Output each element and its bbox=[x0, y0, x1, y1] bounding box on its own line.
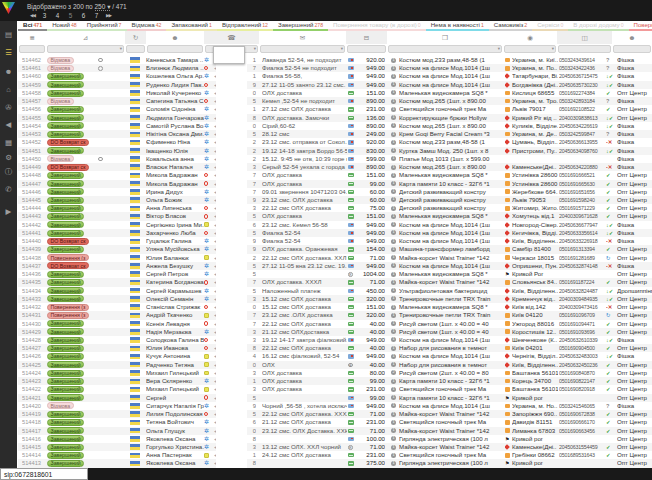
table-row[interactable]: 514434ЗавершенийСергей Карамышев✲+385Нал… bbox=[18, 287, 652, 295]
products-icon[interactable]: ✇ bbox=[0, 103, 17, 113]
table-row[interactable]: 514451ЗавершенийІващенко Юлія✲+38219.12 … bbox=[18, 147, 652, 155]
table-row[interactable]: 514431Повернення (зАндрій Ткаченко+38723… bbox=[18, 311, 652, 319]
page-5[interactable]: 5 bbox=[64, 12, 77, 19]
table-row[interactable]: 514445ЗавершенийОльга Божик✲+38923.12 см… bbox=[18, 196, 652, 204]
location-icon[interactable]: ◉ bbox=[503, 31, 557, 44]
page-7[interactable]: 7 bbox=[90, 12, 103, 19]
filter-tracking[interactable] bbox=[558, 45, 611, 53]
table-row[interactable]: 514426ЗавершенийКучук Антонина+38416.12 … bbox=[18, 352, 652, 360]
table-row[interactable]: 514443ЗавершенийВіктор Власов+385ОЛХ дос… bbox=[18, 212, 652, 220]
table-row[interactable]: 514422ЗавершенийМихаил Гилецький+383ОЛХ … bbox=[18, 385, 652, 393]
settings-icon[interactable]: ⚙ bbox=[0, 153, 17, 163]
table-row[interactable]: 514441ЗавершенийЗахарченко Люба+385Фиалк… bbox=[18, 229, 652, 237]
table-row[interactable]: 514459ЗавершенийРуденко Лидия Пав..+3892… bbox=[18, 81, 652, 89]
table-row[interactable]: 514461ВідмоваБлизнюк Людмила ..+387Фиалк… bbox=[18, 64, 652, 72]
list-icon[interactable]: ≣ bbox=[18, 31, 46, 44]
table-row[interactable]: 514436ЗавершенийСергей Петров✲+385₴1004.… bbox=[18, 270, 652, 278]
refresh-icon[interactable]: ↻ bbox=[125, 31, 146, 44]
table-row[interactable]: 514455ЗавершенийЛюдмила Гончарова✲+388ОЛ… bbox=[18, 114, 652, 122]
people-icon[interactable]: ☻ bbox=[146, 31, 204, 44]
table-row[interactable]: 514418ЗавершенийТетяна Войтович✲+38621.1… bbox=[18, 418, 652, 426]
info-icon[interactable]: ⓘ bbox=[0, 167, 17, 177]
tab-1[interactable]: Новий48 bbox=[47, 21, 82, 31]
tab-12[interactable]: Повернення bbox=[629, 21, 652, 31]
clients-icon[interactable]: ☻ bbox=[0, 67, 17, 77]
video-icon[interactable]: ▶ bbox=[0, 207, 17, 217]
filter-status[interactable]: ▾ bbox=[47, 45, 124, 53]
tab-10[interactable]: Сервіси0 bbox=[532, 21, 568, 31]
table-row[interactable]: 514430ЗавершенийКсенія Левадня+38722.12 … bbox=[18, 320, 652, 328]
table-row[interactable]: 514456ЗавершенийСоломія Сідоніна✲+38127.… bbox=[18, 105, 652, 113]
table-row[interactable]: 514447ЗавершенийМикола Бадражан+387ОЛХ д… bbox=[18, 180, 652, 188]
filter-comment[interactable]: ▾ bbox=[260, 45, 345, 53]
table-row[interactable]: 514423ЗавершенийВера Скляренко✲+381ОЛХ д… bbox=[18, 377, 652, 385]
page-4[interactable]: 4 bbox=[51, 12, 64, 19]
table-row[interactable]: 514427ЗавершенийЮлия Иванова+38822.12 см… bbox=[18, 344, 652, 352]
orders-icon[interactable]: ☰ bbox=[0, 48, 17, 58]
table-row[interactable]: 514442ЗавершенийСергіюнко Ірина Ми..+386… bbox=[18, 221, 652, 229]
table-row[interactable]: 514415ЗавершенийГоргулько Христина..✲+38… bbox=[18, 443, 652, 451]
table-row[interactable]: 514419ЗавершенийЛилия Подолинская+38522.… bbox=[18, 410, 652, 418]
tab-6[interactable]: Завершений278 bbox=[273, 21, 328, 31]
table-row[interactable]: 514420ВідмоваСитарчук Наталія Гр..✲+389Ч… bbox=[18, 402, 652, 410]
table-row[interactable]: 514439ЗавершенийУляна Мусійовська✲+389ОЛ… bbox=[18, 245, 652, 253]
table-row[interactable]: 514429ЗавершенийНадія Мерзаєва✲+38321.12… bbox=[18, 328, 652, 336]
package-icon[interactable]: ❒ bbox=[387, 31, 503, 44]
table-row[interactable]: 514460ЗавершенийКошелева Ольга Ар..✲+381… bbox=[18, 72, 652, 80]
table-row[interactable]: 514454ЗавершенийСамотій Руслана Во..✲+38… bbox=[18, 122, 652, 130]
table-row[interactable]: 514428ЗавершенийСолодкова Галина В..+383… bbox=[18, 336, 652, 344]
table-row[interactable]: 514462ВідмоваКаневська Тамара ..✲+381Лав… bbox=[18, 56, 652, 64]
table-row[interactable]: 514458ЗавершенийНиколай Кучеренко✲+380ОЛ… bbox=[18, 89, 652, 97]
tab-9[interactable]: Самовивіз2 bbox=[489, 21, 532, 31]
app-logo-icon[interactable] bbox=[2, 2, 15, 14]
filter-address[interactable]: ▾ bbox=[504, 45, 556, 53]
filter-products[interactable]: ▾ bbox=[388, 45, 502, 53]
message-icon[interactable]: ✉ bbox=[259, 31, 346, 44]
tab-7[interactable]: Повернення товару (в дорозі)0 bbox=[328, 21, 426, 31]
dashboard-icon[interactable]: ▤ bbox=[0, 30, 17, 40]
support-icon[interactable]: ✆ bbox=[0, 185, 17, 195]
table-row[interactable]: 514424ЗавершенийМихаил Гилецький+383ОЛХ … bbox=[18, 369, 652, 377]
phone-icon[interactable]: ☎ bbox=[204, 31, 259, 44]
statistics-icon[interactable]: ▦ bbox=[0, 138, 17, 148]
filter-country[interactable] bbox=[126, 45, 145, 53]
table-row[interactable]: 514433ЗавершенийОлексій Семанін✲+38315.1… bbox=[18, 295, 652, 303]
table-row[interactable]: 514452DO Возврат скЄфименко Ніна✲+38223.… bbox=[18, 138, 652, 146]
table-row[interactable]: 514425ЗавершенийРадченко Тетяна+380ОЛХ₴4… bbox=[18, 361, 652, 369]
table-row[interactable]: 514416ЗавершенийЯковлева Оксана✲+388100.… bbox=[18, 435, 652, 443]
tab-4[interactable]: Запакований1 bbox=[166, 21, 217, 31]
page-3[interactable]: 3 bbox=[38, 12, 51, 19]
table-row[interactable]: 514432Повернення (зСтаніслав Стрижак+380… bbox=[18, 303, 652, 311]
marketing-icon[interactable]: ◀ bbox=[0, 120, 17, 130]
table-row[interactable]: 514421ЗавершенийСергей+38599.001Карта па… bbox=[18, 394, 652, 402]
table-row[interactable]: 514438Повернення (зЮлия Баланюк+38222.12… bbox=[18, 254, 652, 262]
filter-order-id[interactable] bbox=[19, 45, 45, 53]
phone-filter-popup[interactable] bbox=[213, 46, 245, 64]
table-row[interactable]: 514437DO Возврат скАнжела Безушку✲+38527… bbox=[18, 262, 652, 270]
table-row[interactable]: 514444ЗавершенийАнна Липенська+38322.12 … bbox=[18, 204, 652, 212]
money-icon[interactable]: ⊟ bbox=[346, 31, 387, 44]
tab-0[interactable]: Всі471 bbox=[18, 21, 47, 31]
table-row[interactable]: 514450ВідмоваКовальська анна✲+38215.12. … bbox=[18, 155, 652, 163]
filter-manager[interactable] bbox=[613, 45, 651, 53]
table-row[interactable]: 514449DO Возврат скВласюк Наталья✲+383Се… bbox=[18, 163, 652, 171]
page-6[interactable]: 6 bbox=[77, 12, 90, 19]
table-row[interactable]: 514446ЗавершенийИрина Дидух✲+38709.01 зв… bbox=[18, 188, 652, 196]
last-page-icon[interactable]: ▶▶ bbox=[106, 13, 111, 18]
sip-status[interactable]: sip:0672818601 bbox=[0, 468, 88, 480]
table-row[interactable]: 514413ЗавершенийЯковлева Оксана✲+388375.… bbox=[18, 459, 652, 467]
tab-2[interactable]: Прийнятий7 bbox=[82, 21, 127, 31]
tab-11[interactable]: В дорозі додому0 bbox=[568, 21, 628, 31]
table-row[interactable]: 514453ЗавершенийНікітіна Оксана Дми..✲+3… bbox=[18, 130, 652, 138]
table-row[interactable]: 514414ЗавершенийАнна Пастернак+38124.12 … bbox=[18, 451, 652, 459]
table-row[interactable]: 514417ЗавершенийОльга Глущук✲+38023.12 с… bbox=[18, 427, 652, 435]
tab-3[interactable]: Відмова42 bbox=[127, 21, 167, 31]
filter-client[interactable] bbox=[147, 45, 203, 53]
company-icon[interactable]: ⌂ bbox=[0, 85, 17, 95]
first-page-icon[interactable]: ◀◀ bbox=[30, 13, 35, 18]
filter-payment[interactable] bbox=[347, 45, 386, 53]
table-row[interactable]: 514435ЗавершенийКатерина Богданова+387ОЛ… bbox=[18, 278, 652, 286]
table-row[interactable]: 514457ВідмоваСапегина Татьяна С..+385Кем… bbox=[18, 97, 652, 105]
tab-5[interactable]: Відправлений12 bbox=[217, 21, 273, 31]
sort-status-icon[interactable]: ⊿ bbox=[46, 31, 125, 44]
